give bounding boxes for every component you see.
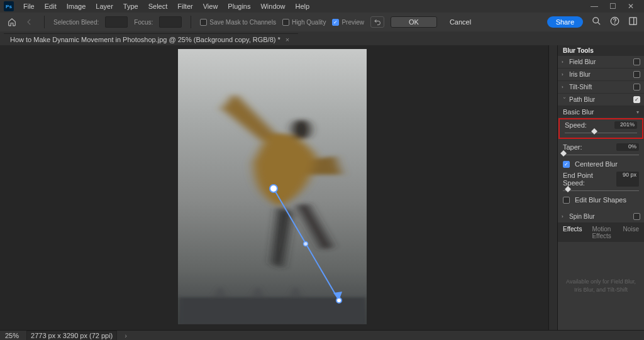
document-tab-title: How to Make Dynamic Movement in Photosho…	[10, 36, 280, 43]
effects-tabs: Effects Motion Effects Noise	[558, 223, 644, 242]
save-mask-checkbox[interactable]: Save Mask to Channels	[200, 19, 276, 26]
svg-point-2	[614, 23, 615, 23]
selection-bleed-field[interactable]	[105, 16, 128, 28]
tab-noise[interactable]: Noise	[618, 223, 644, 242]
end-point-speed-value[interactable]: 90 px	[616, 172, 639, 187]
svg-rect-3	[630, 18, 636, 25]
menu-file[interactable]: File	[19, 1, 39, 11]
focus-label: Focus:	[134, 19, 153, 26]
home-icon[interactable]	[6, 16, 18, 28]
blur-tools-panel: Blur Tools › Field Blur › Iris Blur › Ti…	[557, 45, 644, 330]
search-icon[interactable]	[592, 16, 601, 28]
edit-blur-shapes-checkbox[interactable]: Edit Blur Shapes	[558, 194, 644, 206]
centered-blur-checkbox[interactable]: Centered Blur	[558, 158, 644, 170]
spin-blur-row[interactable]: › Spin Blur	[558, 211, 644, 223]
taper-value[interactable]: 0%	[616, 143, 639, 151]
iris-blur-toggle[interactable]	[633, 71, 640, 78]
chevron-right-icon: ›	[562, 214, 567, 219]
reset-icon[interactable]	[370, 16, 384, 28]
menu-bar: Ps File Edit Image Layer Type Select Fil…	[0, 0, 644, 13]
document-canvas[interactable]	[178, 49, 367, 324]
tab-motion-effects[interactable]: Motion Effects	[587, 223, 618, 242]
window-maximize-icon[interactable]: ☐	[609, 2, 616, 11]
panel-title: Blur Tools	[558, 45, 644, 56]
status-bar: 25% 2773 px x 3290 px (72 ppi) ›	[0, 330, 644, 340]
svg-point-9	[304, 242, 308, 246]
menu-type[interactable]: Type	[119, 1, 143, 11]
svg-point-10	[336, 298, 341, 303]
document-info[interactable]: 2773 px x 3290 px (72 ppi)	[26, 331, 117, 341]
menu-layer[interactable]: Layer	[91, 1, 118, 11]
back-arrow-icon[interactable]	[24, 16, 35, 28]
svg-point-0	[593, 18, 599, 23]
effects-placeholder: Available only for Field Blur, Iris Blur…	[558, 242, 644, 330]
tab-effects[interactable]: Effects	[558, 223, 587, 242]
selection-bleed-label: Selection Bleed:	[53, 19, 99, 26]
chevron-right-icon: ›	[562, 84, 567, 90]
app-logo: Ps	[4, 1, 14, 11]
end-point-speed-slider[interactable]	[563, 188, 639, 194]
cancel-button[interactable]: Cancel	[443, 17, 477, 27]
window-minimize-icon[interactable]: —	[591, 2, 598, 11]
chevron-right-icon: ›	[562, 59, 567, 65]
svg-point-4	[292, 119, 310, 140]
canvas-area[interactable]	[0, 45, 548, 330]
chevron-down-icon: ▾	[636, 109, 639, 115]
menu-window[interactable]: Window	[256, 1, 289, 11]
share-button[interactable]: Share	[547, 16, 583, 28]
speed-highlight-box: Speed: 201%	[558, 118, 643, 139]
spin-blur-toggle[interactable]	[633, 213, 640, 220]
path-blur-toggle[interactable]	[633, 96, 640, 103]
field-blur-row[interactable]: › Field Blur	[558, 56, 644, 69]
chevron-right-icon[interactable]: ›	[125, 332, 127, 339]
workspace-switcher-icon[interactable]	[628, 16, 638, 28]
tilt-shift-row[interactable]: › Tilt-Shift	[558, 81, 644, 94]
menu-help[interactable]: Help	[291, 1, 314, 11]
iris-blur-row[interactable]: › Iris Blur	[558, 69, 644, 81]
high-quality-checkbox[interactable]: High Quality	[282, 19, 326, 26]
menu-select[interactable]: Select	[144, 1, 172, 11]
menu-edit[interactable]: Edit	[40, 1, 61, 11]
menu-view[interactable]: View	[199, 1, 223, 11]
chevron-down-icon: ›	[562, 97, 567, 102]
focus-field[interactable]	[159, 16, 182, 28]
path-blur-row[interactable]: › Path Blur	[558, 94, 644, 106]
vertical-scrollbar[interactable]	[548, 45, 557, 330]
menu-filter[interactable]: Filter	[173, 1, 197, 11]
document-tab[interactable]: How to Make Dynamic Movement in Photosho…	[4, 33, 298, 45]
options-bar: Selection Bleed: Focus: Save Mask to Cha…	[0, 13, 644, 31]
close-tab-icon[interactable]: ×	[286, 36, 289, 43]
menu-image[interactable]: Image	[62, 1, 91, 11]
help-icon[interactable]	[610, 16, 619, 28]
speed-label: Speed:	[565, 121, 587, 129]
preview-checkbox[interactable]: Preview	[332, 19, 364, 26]
ok-button[interactable]: OK	[391, 16, 437, 28]
zoom-level[interactable]: 25%	[5, 332, 19, 339]
svg-point-8	[270, 185, 277, 192]
end-point-speed-label: End Point Speed:	[563, 172, 616, 187]
speed-value[interactable]: 201%	[614, 121, 637, 129]
window-close-icon[interactable]: ✕	[628, 2, 634, 11]
document-tab-bar: How to Make Dynamic Movement in Photosho…	[0, 31, 644, 45]
basic-blur-dropdown[interactable]: Basic Blur ▾	[558, 106, 644, 118]
speed-slider[interactable]	[565, 130, 637, 136]
field-blur-toggle[interactable]	[633, 58, 640, 65]
canvas-artwork	[178, 49, 367, 324]
chevron-right-icon: ›	[562, 72, 567, 77]
tilt-shift-toggle[interactable]	[633, 84, 640, 90]
menu-plugins[interactable]: Plugins	[223, 1, 255, 11]
taper-label: Taper:	[563, 143, 582, 151]
taper-slider[interactable]	[563, 152, 639, 158]
